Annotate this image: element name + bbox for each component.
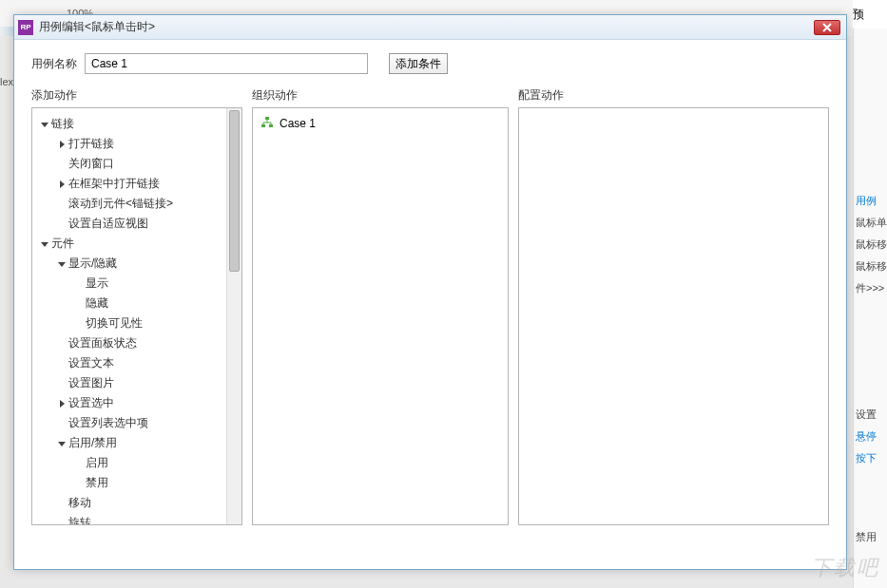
bg-right-top: 预 [853, 0, 887, 28]
side-item[interactable]: 悬停 [854, 426, 887, 447]
tree-item[interactable]: 切换可见性 [36, 313, 241, 333]
chevron-right-icon[interactable] [57, 400, 67, 408]
side-item[interactable]: 件>>> [854, 277, 887, 299]
close-icon [822, 23, 832, 32]
tree-item-label: 启用 [86, 453, 108, 473]
svg-rect-3 [261, 124, 265, 127]
case-name-input[interactable] [85, 53, 368, 74]
actions-tree[interactable]: 链接打开链接关闭窗口在框架中打开链接滚动到元件<锚链接>设置自适应视图元件显示/… [36, 114, 241, 524]
tree-item-label: 链接 [51, 114, 74, 134]
tree-item[interactable]: 打开链接 [36, 134, 241, 154]
scrollbar-thumb[interactable] [229, 110, 240, 272]
chevron-right-icon[interactable] [57, 180, 67, 188]
case-row[interactable]: Case 1 [260, 114, 500, 133]
add-condition-button[interactable]: 添加条件 [389, 53, 448, 74]
tree-item[interactable]: 设置自适应视图 [36, 214, 241, 234]
tree-item[interactable]: 关闭窗口 [36, 154, 241, 174]
actions-tree-panel: 链接打开链接关闭窗口在框架中打开链接滚动到元件<锚链接>设置自适应视图元件显示/… [31, 107, 242, 525]
tree-item[interactable]: 元件 [36, 234, 241, 254]
case-label: Case 1 [280, 117, 316, 130]
close-button[interactable] [814, 20, 840, 35]
tree-item-label: 隐藏 [86, 294, 108, 313]
tree-item[interactable]: 显示 [36, 274, 241, 294]
tree-item[interactable]: 滚动到元件<锚链接> [36, 194, 241, 214]
panel-header-organize-actions: 组织动作 [252, 87, 518, 104]
chevron-down-icon[interactable] [40, 240, 49, 248]
tree-item[interactable]: 禁用 [36, 473, 241, 493]
tree-item-label: 在框架中打开链接 [68, 174, 160, 194]
tree-item-label: 显示/隐藏 [68, 254, 117, 274]
side-item[interactable]: 按下 [854, 447, 887, 469]
bg-right-panel: 用例 鼠标单击 鼠标移入 鼠标移出 件>>> 设置 悬停 按下 禁用 [853, 28, 887, 588]
side-item[interactable]: 鼠标移入 [854, 234, 887, 256]
side-item: 设置 [854, 404, 887, 426]
tree-item-label: 切换可见性 [86, 313, 143, 333]
tree-item-label: 旋转 [68, 513, 91, 524]
tree-item-label: 设置图片 [68, 373, 114, 393]
tree-item[interactable]: 设置面板状态 [36, 333, 241, 353]
tree-item-label: 设置自适应视图 [68, 214, 148, 234]
svg-rect-2 [265, 117, 269, 120]
tree-item[interactable]: 在框架中打开链接 [36, 174, 241, 194]
side-item: 禁用 [854, 526, 887, 548]
tree-item-label: 元件 [51, 234, 74, 254]
tree-item-label: 关闭窗口 [68, 154, 114, 174]
side-item[interactable]: 鼠标移出 [854, 256, 887, 277]
tree-item-label: 移动 [68, 493, 91, 513]
tree-item[interactable]: 移动 [36, 493, 241, 513]
chevron-down-icon[interactable] [57, 260, 67, 268]
tree-item-label: 禁用 [86, 473, 108, 493]
svg-rect-4 [269, 124, 273, 127]
chevron-right-icon[interactable] [57, 141, 67, 148]
tree-item[interactable]: 旋转 [36, 513, 241, 524]
case-editor-dialog: RP 用例编辑<鼠标单击时> 用例名称 添加条件 添加动作 组织动作 配置动作 … [13, 14, 847, 570]
tree-item[interactable]: 设置选中 [36, 393, 241, 413]
app-icon: RP [18, 20, 33, 35]
panel-header-configure-actions: 配置动作 [518, 87, 829, 104]
configure-actions-panel [518, 107, 829, 525]
tree-item-label: 显示 [86, 274, 108, 294]
side-item[interactable]: 用例 [854, 190, 887, 212]
tree-item[interactable]: 启用 [36, 453, 241, 473]
scrollbar[interactable] [226, 108, 241, 524]
panel-header-add-actions: 添加动作 [31, 87, 252, 104]
tree-item-label: 滚动到元件<锚链接> [68, 194, 173, 214]
tree-item-label: 设置文本 [68, 353, 114, 373]
tree-item-label: 设置面板状态 [68, 333, 137, 353]
tree-item[interactable]: 隐藏 [36, 294, 241, 313]
bg-left-label: lex [0, 76, 13, 87]
chevron-down-icon[interactable] [57, 440, 67, 447]
tree-item[interactable]: 链接 [36, 114, 241, 134]
tree-item-label: 设置选中 [68, 393, 114, 413]
tree-item[interactable]: 显示/隐藏 [36, 254, 241, 274]
bg-right-top-label: 预 [853, 7, 864, 23]
window-title: 用例编辑<鼠标单击时> [39, 19, 814, 35]
tree-item-label: 设置列表选中项 [68, 413, 148, 433]
case-name-label: 用例名称 [31, 56, 77, 72]
case-icon [260, 116, 274, 132]
tree-item[interactable]: 启用/禁用 [36, 433, 241, 453]
tree-item-label: 打开链接 [68, 134, 114, 154]
tree-item-label: 启用/禁用 [68, 433, 117, 453]
chevron-down-icon[interactable] [40, 121, 49, 128]
titlebar[interactable]: RP 用例编辑<鼠标单击时> [14, 15, 846, 40]
tree-item[interactable]: 设置图片 [36, 373, 241, 393]
organize-actions-panel: Case 1 [252, 107, 509, 525]
side-item[interactable]: 鼠标单击 [854, 212, 887, 234]
tree-item[interactable]: 设置文本 [36, 353, 241, 373]
tree-item[interactable]: 设置列表选中项 [36, 413, 241, 433]
